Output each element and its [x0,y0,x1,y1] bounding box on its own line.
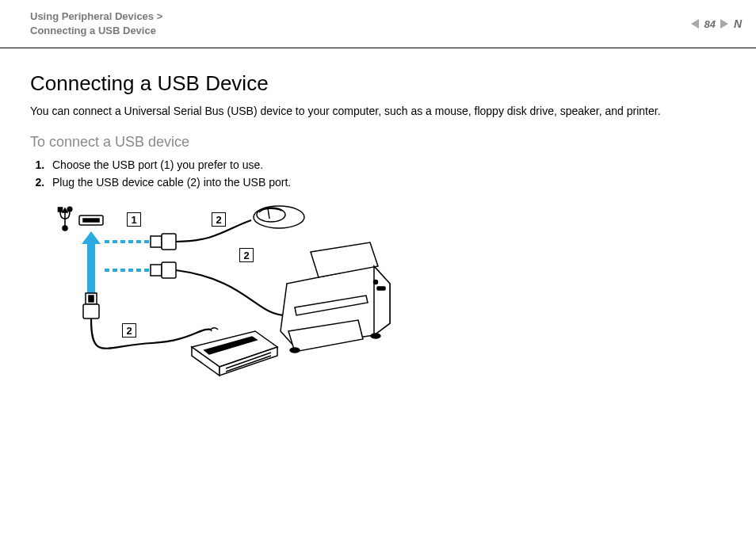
step-item: Choose the USB port (1) you prefer to us… [48,158,726,171]
svg-point-18 [374,280,378,284]
callout-port: 1 [127,212,141,227]
n-mark: N [733,17,742,30]
svg-rect-7 [83,304,99,318]
breadcrumb-line-2: Connecting a USB Device [30,24,726,38]
svg-rect-15 [151,265,162,276]
svg-point-20 [290,348,300,353]
step-list: Choose the USB port (1) you prefer to us… [30,158,726,189]
callout-cable-bottom: 2 [122,323,136,338]
page-title: Connecting a USB Device [30,71,726,96]
svg-rect-1 [59,208,63,212]
callout-cable-top: 2 [212,212,226,227]
breadcrumb-line-1: Using Peripheral Devices > [30,10,726,24]
next-page-icon[interactable] [720,19,728,29]
breadcrumb: Using Peripheral Devices > Connecting a … [30,10,726,37]
section-subtitle: To connect a USB device [30,134,726,151]
header-divider [0,48,756,48]
svg-rect-4 [83,219,99,222]
svg-point-21 [371,334,380,338]
svg-rect-19 [377,287,385,290]
diagram-svg [57,204,398,395]
svg-rect-16 [162,262,176,278]
svg-point-2 [67,207,72,212]
svg-rect-10 [162,234,176,250]
page-content: Connecting a USB Device You can connect … [0,48,756,395]
svg-rect-9 [151,236,162,247]
step-item: Plug the USB device cable (2) into the U… [48,176,726,189]
intro-paragraph: You can connect a Universal Serial Bus (… [30,104,726,120]
svg-marker-5 [82,231,101,301]
page-navigation: 84 N [691,17,742,30]
prev-page-icon[interactable] [691,19,699,29]
svg-rect-8 [89,296,94,302]
page-number: 84 [704,18,715,30]
callout-cable-mid: 2 [239,248,254,262]
manual-page: Using Peripheral Devices > Connecting a … [0,0,756,534]
usb-diagram: 1 2 2 2 [57,204,398,395]
page-header: Using Peripheral Devices > Connecting a … [0,0,756,48]
